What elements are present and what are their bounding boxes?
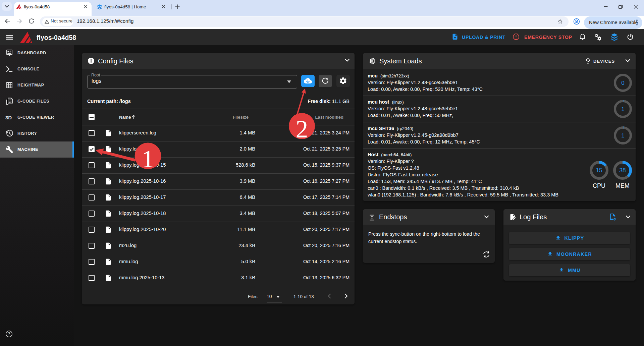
svg-text:15: 15 (596, 167, 602, 174)
svg-text:?: ? (8, 332, 10, 336)
svg-text:1: 1 (621, 106, 624, 112)
svg-text:1: 1 (621, 132, 624, 139)
svg-text:38: 38 (619, 167, 626, 174)
svg-text:0: 0 (621, 80, 624, 86)
svg-text:3D: 3D (5, 115, 12, 120)
